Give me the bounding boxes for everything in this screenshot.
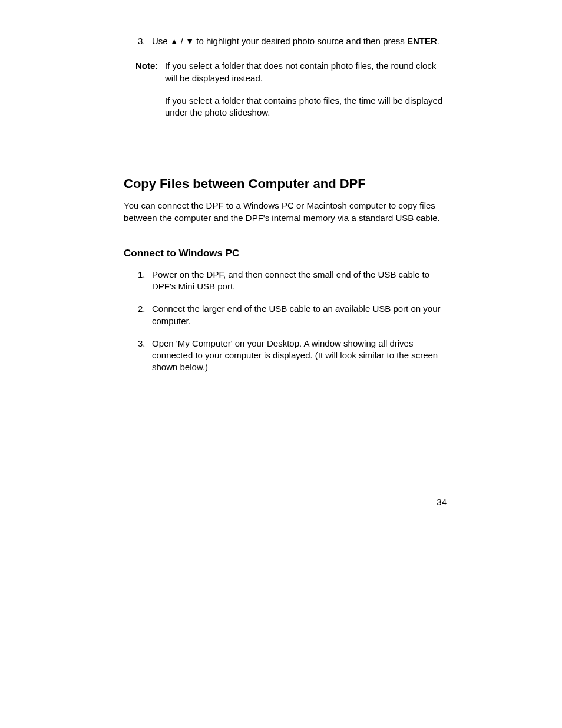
step-number: 2.: [124, 303, 152, 327]
text-segment: to highlight your desired photo source a…: [194, 36, 407, 46]
text-segment: .: [437, 36, 439, 46]
step-text: Power on the DPF, and then connect the s…: [152, 269, 448, 293]
step-number: 1.: [124, 269, 152, 293]
section-intro: You can connect the DPF to a Windows PC …: [124, 200, 448, 224]
note-paragraph: If you select a folder that contains pho…: [165, 95, 448, 119]
page-number: 34: [437, 497, 447, 507]
step-text: Open 'My Computer' on your Desktop. A wi…: [152, 338, 448, 374]
note-content: If you select a folder that does not con…: [165, 60, 448, 129]
step-text: Connect the larger end of the USB cable …: [152, 303, 448, 327]
note-paragraph: If you select a folder that does not con…: [165, 60, 448, 84]
list-item: 3. Open 'My Computer' on your Desktop. A…: [124, 338, 448, 374]
list-item: 2. Connect the larger end of the USB cab…: [124, 303, 448, 327]
list-item: 3. Use ▲ / ▼ to highlight your desired p…: [124, 35, 448, 47]
down-arrow-icon: ▼: [186, 37, 194, 46]
text-segment: Use: [152, 36, 170, 46]
step-text: Use ▲ / ▼ to highlight your desired phot…: [152, 35, 448, 47]
subsection-heading: Connect to Windows PC: [124, 248, 448, 259]
step-number: 3.: [124, 338, 152, 374]
ordered-list: 1. Power on the DPF, and then connect th…: [124, 269, 448, 374]
list-item: 1. Power on the DPF, and then connect th…: [124, 269, 448, 293]
text-segment: /: [178, 36, 186, 46]
note-block: Note: If you select a folder that does n…: [124, 60, 448, 129]
step-number: 3.: [124, 35, 152, 47]
note-label: Note:: [124, 60, 165, 129]
up-arrow-icon: ▲: [170, 37, 178, 46]
note-label-text: Note: [135, 61, 155, 71]
section-heading: Copy Files between Computer and DPF: [124, 176, 448, 192]
document-page: 3. Use ▲ / ▼ to highlight your desired p…: [0, 0, 562, 374]
enter-key-label: ENTER: [407, 36, 437, 46]
text-segment: :: [155, 61, 157, 71]
